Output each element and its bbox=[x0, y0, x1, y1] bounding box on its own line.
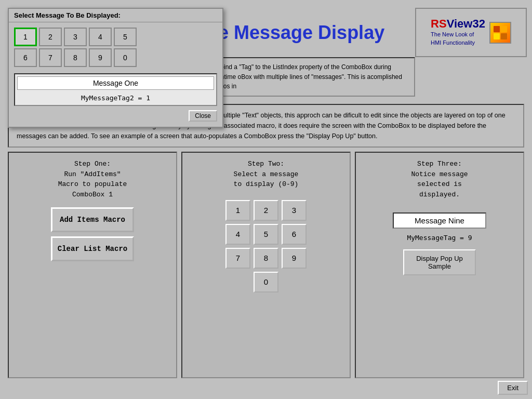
step2-btn-0[interactable]: 0 bbox=[254, 272, 278, 292]
msg-btn-4[interactable]: 4 bbox=[89, 28, 112, 46]
msg-btn-3[interactable]: 3 bbox=[64, 28, 87, 46]
msg-btn-5[interactable]: 5 bbox=[114, 28, 137, 46]
logo-line1: The New Look of bbox=[431, 31, 475, 38]
logo-rs: RS bbox=[431, 17, 447, 30]
three-col: Step One: Run "AddItems" Macro to popula… bbox=[8, 152, 524, 378]
msg-btn-0[interactable]: 0 bbox=[114, 48, 137, 67]
step2-btn-5[interactable]: 5 bbox=[254, 224, 278, 245]
step2-zero-row: 0 bbox=[254, 272, 278, 292]
rsview-logo: RSView32 The New Look of HMI Functionali… bbox=[431, 18, 485, 47]
step3-message-display: Message Nine bbox=[393, 212, 486, 229]
step2-btn-9[interactable]: 9 bbox=[282, 248, 307, 269]
step2-btn-1[interactable]: 1 bbox=[225, 200, 250, 221]
step2-grid: 1 2 3 4 5 6 7 8 9 bbox=[225, 200, 307, 269]
step3-title: Step Three: Notice message selected is d… bbox=[411, 159, 468, 200]
popup-title: Select Message To Be Displayed: bbox=[9, 9, 222, 22]
step1-panel: Step One: Run "AddItems" Macro to popula… bbox=[8, 152, 177, 378]
step3-tag-text: MyMessageTag = 9 bbox=[407, 234, 472, 242]
msg-btn-1[interactable]: 1 bbox=[14, 28, 37, 46]
step2-btn-4[interactable]: 4 bbox=[225, 224, 250, 245]
msg-btn-9[interactable]: 9 bbox=[89, 48, 112, 67]
clear-list-macro-button[interactable]: Clear List Macro bbox=[51, 236, 134, 261]
logo-panel: RSView32 The New Look of HMI Functionali… bbox=[415, 8, 527, 57]
step2-btn-3[interactable]: 3 bbox=[282, 200, 307, 221]
svg-rect-1 bbox=[501, 26, 507, 32]
popup-window: Select Message To Be Displayed: 1 2 3 4 … bbox=[8, 8, 223, 128]
message-button-grid: 1 2 3 4 5 6 7 8 9 0 bbox=[14, 28, 217, 67]
popup-tag-text: MyMessageTag2 = 1 bbox=[17, 93, 214, 103]
step2-btn-6[interactable]: 6 bbox=[282, 224, 307, 245]
step2-btn-2[interactable]: 2 bbox=[254, 200, 278, 221]
step1-title: Step One: Run "AddItems" Macro to popula… bbox=[58, 159, 127, 200]
msg-btn-7[interactable]: 7 bbox=[39, 48, 62, 67]
add-items-macro-button[interactable]: Add Items Macro bbox=[51, 207, 134, 232]
logo-view: View32 bbox=[447, 17, 485, 30]
popup-message-text: Message One bbox=[17, 76, 214, 90]
svg-rect-3 bbox=[501, 33, 507, 39]
msg-btn-2[interactable]: 2 bbox=[39, 28, 62, 46]
step3-panel: Step Three: Notice message selected is d… bbox=[355, 152, 524, 378]
step2-title: Step Two: Select a message to display (0… bbox=[234, 159, 299, 190]
msg-btn-8[interactable]: 8 bbox=[64, 48, 87, 67]
step2-btn-8[interactable]: 8 bbox=[254, 248, 278, 269]
page-title: e Message Display bbox=[218, 22, 384, 44]
exit-button[interactable]: Exit bbox=[498, 381, 528, 395]
logo-line2: HMI Functionality bbox=[431, 39, 475, 47]
popup-message-box: Message One MyMessageTag2 = 1 bbox=[14, 73, 217, 106]
popup-close-button[interactable]: Close bbox=[189, 110, 217, 122]
msg-btn-6[interactable]: 6 bbox=[14, 48, 37, 67]
logo-icon bbox=[489, 22, 511, 44]
svg-rect-0 bbox=[494, 26, 500, 32]
step2-panel: Step Two: Select a message to display (0… bbox=[181, 152, 351, 378]
step2-btn-7[interactable]: 7 bbox=[225, 248, 250, 269]
svg-rect-2 bbox=[494, 33, 500, 39]
display-popup-sample-button[interactable]: Display Pop UpSample bbox=[403, 249, 476, 275]
header-area: e Message Display bbox=[218, 10, 407, 55]
